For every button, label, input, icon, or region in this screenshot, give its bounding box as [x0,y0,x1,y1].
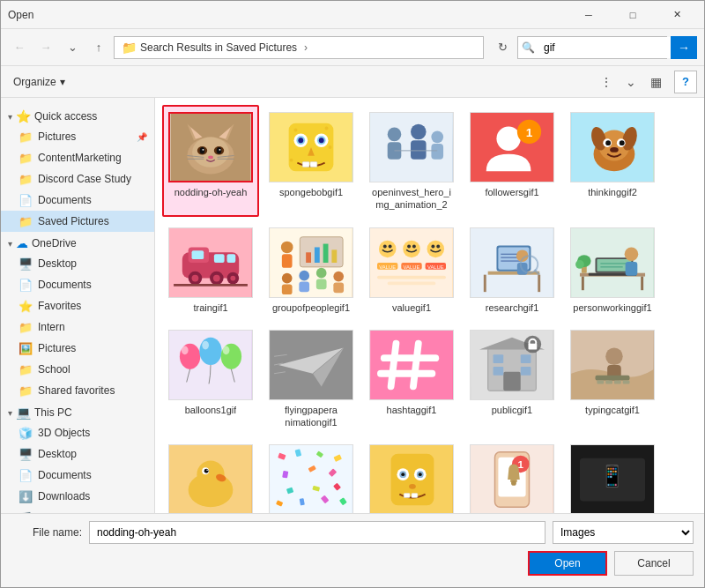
svg-point-64 [213,274,220,281]
sidebar-item-od-pictures[interactable]: 🖼️ Pictures [1,338,154,359]
file-name: valuegif1 [392,301,431,314]
sidebar-item-shared-favorites[interactable]: 📁 Shared favorites [1,380,154,401]
onedrive-label: OneDrive [32,237,77,249]
file-item-confetti[interactable] [263,437,360,513]
svg-point-24 [298,138,303,143]
minimize-button[interactable]: ─ [568,4,609,26]
forward-button[interactable]: → [34,36,57,59]
svg-text:VALUE: VALUE [379,264,396,269]
organize-arrow: ▾ [60,76,65,88]
file-item-followers[interactable]: 1 followersgif1 [464,105,560,217]
file-item-balloons[interactable]: balloons1gif [162,323,259,435]
svg-point-197 [409,484,416,489]
sidebar-item-school[interactable]: 📁 School [1,359,154,380]
search-go-button[interactable]: → [671,36,697,59]
help-button[interactable]: ? [674,71,697,93]
expand-icon: ▾ [8,112,12,122]
svg-point-76 [282,272,293,283]
svg-point-13 [208,156,213,160]
sidebar-item-documents[interactable]: 📄 Documents [1,190,154,211]
file-thumbnail [369,112,454,182]
organize-button[interactable]: Organize ▾ [8,71,70,93]
svg-rect-199 [412,494,418,498]
file-item-sponge2[interactable] [363,437,460,513]
filename-label: File name: [11,526,82,539]
sidebar-item-pictures[interactable]: 📁 Pictures 📌 [1,126,154,147]
filename-input[interactable] [89,521,545,544]
svg-point-62 [192,274,199,281]
file-item-duck[interactable] [162,437,259,513]
file-thumbnail [269,227,353,298]
svg-rect-162 [596,376,630,381]
view-layout-button[interactable]: ▦ [644,71,667,93]
svg-point-25 [319,138,324,143]
sidebar-item-saved-pictures[interactable]: 📁 Saved Pictures [1,211,154,232]
filetype-select[interactable]: Images All Files [553,521,694,544]
address-path[interactable]: 📁 Search Results in Saved Pictures › [114,36,484,59]
svg-rect-164 [605,380,612,383]
view-dropdown-button[interactable]: ⌄ [620,71,642,93]
file-item-research[interactable]: researchgif1 [464,220,560,319]
svg-rect-72 [306,252,311,263]
file-item-nodding[interactable]: nodding-oh-yeah [162,105,259,217]
sidebar-item-pc-desktop[interactable]: 🖥️ Desktop [1,443,154,465]
folder-icon: 📁 [19,363,33,376]
file-thumbnail: 1 [470,112,554,182]
sidebar-item-3dobjects[interactable]: 🧊 3D Objects [1,422,154,443]
sidebar-item-desktop[interactable]: 🖥️ Desktop [1,253,154,274]
file-item-notification[interactable]: 1 [464,437,560,513]
onedrive-header[interactable]: ▾ ☁ OneDrive [1,234,154,253]
file-item-spongebob[interactable]: spongebobgif1 [263,105,360,217]
back-button[interactable]: ← [8,36,31,59]
sidebar-item-pc-documents[interactable]: 📄 Documents [1,465,154,486]
filename-row: File name: Images All Files [11,521,694,544]
sidebar-item-od-documents[interactable]: 📄 Documents [1,274,154,295]
sidebar-item-intern[interactable]: 📁 Intern [1,316,154,338]
view-grid-button[interactable]: ⋮ [595,71,618,93]
file-name: balloons1gif [185,404,237,416]
maximize-button[interactable]: □ [612,4,653,26]
main-area: ▾ ⭐ Quick access 📁 Pictures 📌 📁 ContentM… [1,98,704,513]
file-item-thinking[interactable]: thinkinggif2 [564,105,661,217]
file-item-dark[interactable]: 📱 [564,437,661,513]
file-name: hashtaggif1 [387,404,437,416]
thispc-icon: 💻 [16,406,31,420]
thispc-header[interactable]: ▾ 💻 This PC [1,403,154,422]
file-item-public[interactable]: publicgif1 [464,323,560,435]
open-button[interactable]: Open [528,551,607,576]
svg-rect-83 [333,282,344,293]
svg-point-91 [427,240,445,257]
file-thumbnail [269,112,353,182]
file-name: publicgif1 [492,404,532,416]
file-item-typingcat[interactable]: typingcatgif1 [564,323,661,435]
refresh-button[interactable]: ↻ [491,36,514,59]
svg-point-160 [605,347,623,365]
recent-locations-button[interactable]: ⌄ [61,36,84,59]
sidebar-item-downloads[interactable]: ⬇️ Downloads [1,486,154,507]
file-item-flyingpaper[interactable]: flyingpaperanimationgif1 [263,323,360,435]
svg-rect-100 [377,275,446,279]
sidebar-item-discord[interactable]: 📁 Discord Case Study [1,168,154,190]
svg-point-88 [403,240,420,257]
file-item-hashtag[interactable]: hashtaggif1 [363,323,460,435]
sidebar: ▾ ⭐ Quick access 📁 Pictures 📌 📁 ContentM… [1,98,155,513]
up-button[interactable]: ↑ [87,36,110,59]
close-button[interactable]: ✕ [657,4,697,26]
file-thumbnail [470,330,554,400]
search-input[interactable] [538,37,681,58]
sidebar-item-contentmarketing[interactable]: 📁 ContentMarketing [1,147,154,168]
cancel-button[interactable]: Cancel [614,551,694,576]
file-item-grouppeople[interactable]: groupofpeoplegif1 [263,220,360,319]
file-item-train[interactable]: traingif1 [162,220,259,319]
sponge-thumbnail-svg [270,113,352,182]
sidebar-item-favorites[interactable]: ⭐ Favorites [1,295,154,316]
file-item-value[interactable]: VALUE VALUE VALUE valuegif1 [363,220,460,319]
grouppeople-thumbnail-svg [270,228,352,297]
onedrive-icon: ☁ [16,236,28,250]
sidebar-item-music[interactable]: 🎵 Music [1,507,154,513]
file-item-personworking[interactable]: personworkinggif1 [564,220,661,319]
quick-access-header[interactable]: ▾ ⭐ Quick access [1,107,154,126]
folder-icon: 📁 [19,215,33,228]
file-item-openinvest[interactable]: openinvest_hero_img_animation_2 [363,105,460,217]
documents-icon: 📄 [19,194,33,207]
